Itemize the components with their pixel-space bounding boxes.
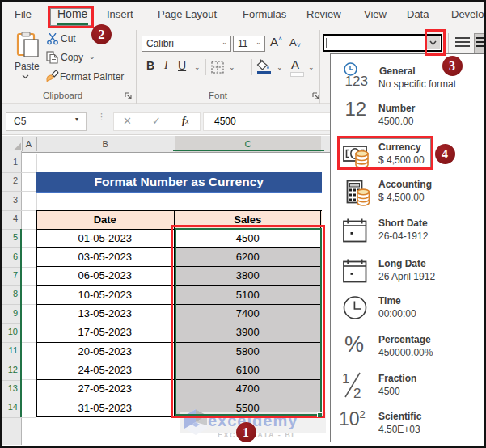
- svg-text:2: 2: [353, 386, 361, 399]
- svg-text:1: 1: [342, 371, 349, 387]
